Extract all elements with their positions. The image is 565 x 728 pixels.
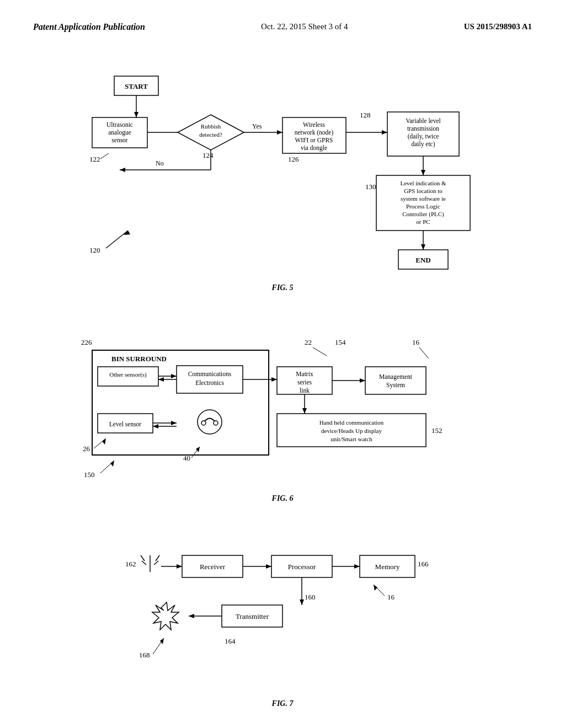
fig5-transmission-label3: (daily, twice bbox=[408, 133, 439, 140]
fig5-no-label: No bbox=[156, 159, 164, 167]
svg-line-34 bbox=[313, 347, 327, 356]
fig5-diamond-label1: Rubbish bbox=[201, 123, 221, 130]
svg-marker-13 bbox=[382, 130, 387, 135]
header-right: US 2015/298903 A1 bbox=[464, 22, 532, 31]
fig7-memory-label: Memory bbox=[375, 563, 400, 571]
fig5-ref130: 130 bbox=[365, 183, 376, 191]
fig6-label: FIG. 6 bbox=[272, 494, 294, 503]
fig7-burst-shape bbox=[152, 602, 179, 630]
svg-marker-15 bbox=[421, 170, 425, 175]
fig7-ref162: 162 bbox=[125, 560, 136, 568]
header-left: Patent Application Publication bbox=[33, 22, 145, 32]
svg-line-44 bbox=[156, 555, 159, 561]
fig5-start-label: START bbox=[125, 82, 148, 90]
svg-marker-37 bbox=[271, 377, 277, 382]
fig5-label: FIG. 5 bbox=[272, 283, 294, 292]
fig5-sensor-label3: sensor bbox=[111, 137, 128, 143]
fig5-level-label1: Level indication & bbox=[400, 180, 446, 186]
svg-marker-56 bbox=[374, 585, 377, 591]
fig7-receiver-label: Receiver bbox=[200, 563, 226, 571]
fig6-comm-label2: Electronics bbox=[195, 379, 224, 386]
fig6-ref150: 150 bbox=[84, 470, 95, 479]
fig5-ref126: 126 bbox=[288, 155, 299, 163]
fig6-handheld-label3: unit/Smart watch bbox=[331, 436, 372, 442]
fig7-section: 162 Receiver Processor bbox=[34, 525, 531, 708]
fig5-ref122: 122 bbox=[89, 155, 100, 163]
header: Patent Application Publication Oct. 22, … bbox=[33, 22, 532, 32]
fig6-wireless-circle bbox=[198, 410, 222, 434]
fig6-level-sensor-label: Level sensor bbox=[109, 421, 142, 427]
fig7-ref164: 164 bbox=[225, 637, 236, 645]
fig6-handheld-label1: Hand held communication bbox=[319, 419, 384, 426]
fig6-bin-surround-label: BIN SURROUND bbox=[111, 355, 167, 363]
fig5-level-label5: Controller (PLC) bbox=[402, 211, 444, 218]
svg-line-35 bbox=[419, 347, 429, 358]
fig5-wireless-label3: WIFI or GPRS bbox=[295, 137, 333, 143]
svg-line-43 bbox=[141, 555, 145, 561]
svg-line-45 bbox=[142, 561, 146, 565]
fig5-level-label4: Process Logic bbox=[406, 203, 440, 210]
svg-point-23 bbox=[214, 421, 218, 425]
fig6-ref26: 26 bbox=[83, 445, 90, 453]
fig7-ref168: 168 bbox=[139, 651, 150, 659]
fig5-ref120: 120 bbox=[89, 246, 100, 254]
svg-line-0 bbox=[106, 231, 128, 248]
svg-marker-33 bbox=[110, 461, 114, 467]
fig6-ref16-top: 16 bbox=[412, 338, 420, 346]
fig5-level-label2: GPS location to bbox=[404, 188, 443, 194]
fig5-svg: 120 START Ultrasonic analogue sensor 122 bbox=[34, 43, 531, 280]
fig7-transmitter-label: Transmitter bbox=[236, 612, 269, 620]
fig6-ref152: 152 bbox=[431, 426, 443, 435]
fig5-end-label: END bbox=[415, 256, 430, 264]
fig6-matrix-label3: link bbox=[300, 387, 310, 394]
fig6-svg: 226 BIN SURROUND Other sensor(s) Communi… bbox=[34, 314, 531, 491]
header-center: Oct. 22, 2015 Sheet 3 of 4 bbox=[261, 22, 348, 31]
fig6-ref226: 226 bbox=[81, 338, 92, 346]
svg-marker-17 bbox=[421, 244, 425, 250]
fig6-matrix-label1: Matrix bbox=[296, 371, 313, 377]
fig5-transmission-label4: daily etc) bbox=[411, 141, 435, 148]
fig6-management-box bbox=[365, 367, 426, 394]
fig5-wireless-label1: Wireless bbox=[303, 121, 325, 128]
fig5-ref124: 124 bbox=[202, 151, 214, 159]
svg-marker-58 bbox=[189, 614, 194, 618]
fig5-wireless-label4: via dongle bbox=[301, 144, 327, 152]
fig6-ref22: 22 bbox=[305, 338, 312, 346]
fig7-ref16: 16 bbox=[387, 593, 395, 601]
fig5-transmission-label1: Variable level bbox=[406, 117, 441, 124]
fig6-management-label1: Management bbox=[379, 373, 413, 381]
fig7-ref166: 166 bbox=[418, 560, 429, 568]
fig5-sensor-label2: analogue bbox=[108, 129, 131, 136]
svg-line-46 bbox=[154, 561, 158, 565]
fig6-management-label2: System bbox=[386, 382, 405, 389]
svg-marker-39 bbox=[360, 378, 365, 383]
fig5-level-label3: system software ie bbox=[401, 195, 446, 202]
fig5-transmission-label2: transmission bbox=[407, 125, 439, 132]
fig5-diamond-label2: detected? bbox=[199, 131, 222, 138]
svg-marker-48 bbox=[177, 564, 182, 569]
fig7-label: FIG. 7 bbox=[272, 699, 294, 708]
svg-point-22 bbox=[201, 421, 206, 425]
svg-marker-11 bbox=[120, 168, 125, 172]
svg-marker-8 bbox=[277, 130, 282, 135]
fig7-ref160: 160 bbox=[305, 593, 316, 601]
fig6-ref40: 40 bbox=[183, 454, 190, 462]
svg-marker-3 bbox=[134, 112, 138, 117]
fig5-sensor-label1: Ultrasonic bbox=[106, 121, 133, 128]
fig5-yes-label: Yes bbox=[252, 122, 262, 130]
fig6-other-sensors-label1: Other sensor(s) bbox=[109, 371, 147, 378]
diagrams-container: 120 START Ultrasonic analogue sensor 122 bbox=[33, 43, 532, 708]
fig6-handheld-label2: device/Heads Up display bbox=[321, 427, 382, 434]
fig7-processor-label: Processor bbox=[288, 563, 316, 571]
fig6-ref154: 154 bbox=[335, 338, 346, 346]
fig6-comm-label1: Communications bbox=[188, 371, 232, 377]
fig7-svg: 162 Receiver Processor bbox=[34, 525, 531, 696]
svg-marker-54 bbox=[300, 599, 304, 605]
fig5-level-label6: or PC bbox=[416, 218, 430, 225]
svg-marker-50 bbox=[266, 564, 271, 569]
fig6-matrix-label2: series bbox=[297, 379, 312, 386]
svg-marker-41 bbox=[302, 408, 307, 414]
fig6-section: 226 BIN SURROUND Other sensor(s) Communi… bbox=[34, 314, 531, 503]
svg-line-4 bbox=[100, 153, 109, 159]
fig5-section: 120 START Ultrasonic analogue sensor 122 bbox=[34, 43, 531, 292]
